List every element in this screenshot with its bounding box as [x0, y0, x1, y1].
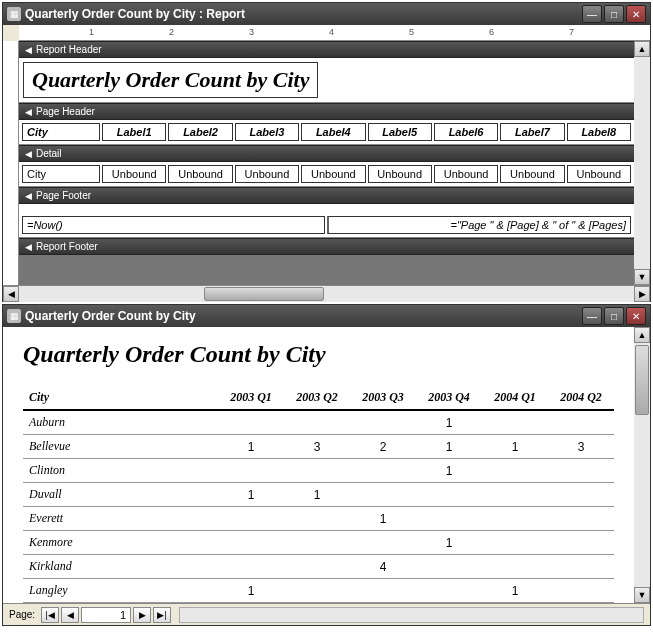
column-header-quarter: 2003 Q4 — [416, 386, 482, 410]
cell-city: Everett — [23, 507, 218, 531]
report-header-label: Report Header — [36, 44, 102, 55]
close-button[interactable]: ✕ — [626, 5, 646, 23]
cell-value — [416, 579, 482, 603]
cell-city: Kenmore — [23, 531, 218, 555]
column-header[interactable]: Label3 — [235, 123, 299, 141]
first-page-button[interactable]: |◀ — [41, 607, 59, 623]
cell-value — [482, 459, 548, 483]
detail-field[interactable]: Unbound — [301, 165, 365, 183]
collapse-icon: ◀ — [25, 149, 32, 159]
scroll-left-button[interactable]: ◀ — [3, 286, 19, 302]
scroll-down-button[interactable]: ▼ — [634, 587, 650, 603]
cell-value — [284, 579, 350, 603]
page-header-section[interactable]: City Label1 Label2 Label3 Label4 Label5 … — [19, 120, 634, 145]
page-header-bar[interactable]: ◀Page Header — [19, 103, 634, 120]
column-header[interactable]: Label8 — [567, 123, 631, 141]
cell-value — [218, 555, 284, 579]
cell-value: 1 — [482, 435, 548, 459]
close-button[interactable]: ✕ — [626, 307, 646, 325]
cell-value — [548, 410, 614, 435]
page-navigator: Page: |◀ ◀ ▶ ▶| — [3, 603, 650, 625]
cell-value — [218, 459, 284, 483]
column-header[interactable]: Label7 — [500, 123, 564, 141]
page-label: Page: — [9, 609, 35, 620]
scroll-thumb[interactable] — [635, 345, 649, 415]
last-page-button[interactable]: ▶| — [153, 607, 171, 623]
cell-value: 1 — [218, 435, 284, 459]
report-header-bar[interactable]: ◀Report Header — [19, 41, 634, 58]
cell-value — [350, 531, 416, 555]
cell-value — [482, 507, 548, 531]
horizontal-ruler[interactable]: 1234567 — [19, 25, 650, 41]
detail-field[interactable]: Unbound — [102, 165, 166, 183]
column-header[interactable]: Label6 — [434, 123, 498, 141]
report-icon: ▦ — [7, 309, 21, 323]
detail-field[interactable]: Unbound — [235, 165, 299, 183]
column-header[interactable]: Label1 — [102, 123, 166, 141]
cell-value — [548, 507, 614, 531]
maximize-button[interactable]: □ — [604, 307, 624, 325]
footer-page-expr[interactable]: ="Page " & [Page] & " of " & [Pages] — [327, 216, 631, 234]
design-titlebar[interactable]: ▦ Quarterly Order Count by City : Report… — [3, 3, 650, 25]
minimize-button[interactable]: — — [582, 5, 602, 23]
vertical-scrollbar[interactable]: ▲ ▼ — [634, 41, 650, 285]
scroll-up-button[interactable]: ▲ — [634, 41, 650, 57]
report-preview-window: ▦ Quarterly Order Count by City — □ ✕ Qu… — [2, 304, 651, 626]
table-row: Bellevue132113 — [23, 435, 614, 459]
detail-bar[interactable]: ◀Detail — [19, 145, 634, 162]
page-number-input[interactable] — [81, 607, 131, 623]
table-row: Kenmore1 — [23, 531, 614, 555]
cell-value — [284, 459, 350, 483]
title-textbox[interactable]: Quarterly Order Count by City — [23, 62, 318, 98]
cell-value: 1 — [416, 459, 482, 483]
table-row: Clinton1 — [23, 459, 614, 483]
detail-field[interactable]: Unbound — [567, 165, 631, 183]
collapse-icon: ◀ — [25, 191, 32, 201]
nav-scrollbar[interactable] — [179, 607, 644, 623]
data-table: City2003 Q12003 Q22003 Q32003 Q42004 Q12… — [23, 386, 614, 603]
report-header-section[interactable]: Quarterly Order Count by City — [19, 58, 634, 103]
cell-city: Duvall — [23, 483, 218, 507]
detail-field-city[interactable]: City — [22, 165, 100, 183]
scroll-thumb[interactable] — [204, 287, 324, 301]
cell-value — [284, 531, 350, 555]
detail-field[interactable]: Unbound — [500, 165, 564, 183]
detail-label: Detail — [36, 148, 62, 159]
cell-city: Clinton — [23, 459, 218, 483]
next-page-button[interactable]: ▶ — [133, 607, 151, 623]
empty-area — [19, 255, 634, 285]
document-title: Quarterly Order Count by City — [23, 341, 614, 368]
scroll-up-button[interactable]: ▲ — [634, 327, 650, 343]
prev-page-button[interactable]: ◀ — [61, 607, 79, 623]
column-header[interactable]: Label2 — [168, 123, 232, 141]
cell-value — [416, 483, 482, 507]
table-row: Duvall11 — [23, 483, 614, 507]
page-footer-bar[interactable]: ◀Page Footer — [19, 187, 634, 204]
maximize-button[interactable]: □ — [604, 5, 624, 23]
vertical-scrollbar[interactable]: ▲ ▼ — [634, 327, 650, 603]
detail-section[interactable]: City Unbound Unbound Unbound Unbound Unb… — [19, 162, 634, 187]
preview-document[interactable]: Quarterly Order Count by City City2003 Q… — [3, 327, 634, 603]
preview-titlebar[interactable]: ▦ Quarterly Order Count by City — □ ✕ — [3, 305, 650, 327]
cell-value: 3 — [548, 435, 614, 459]
cell-value — [350, 459, 416, 483]
cell-city: Kirkland — [23, 555, 218, 579]
page-footer-section[interactable]: =Now() ="Page " & [Page] & " of " & [Pag… — [19, 204, 634, 238]
detail-field[interactable]: Unbound — [168, 165, 232, 183]
cell-value — [350, 483, 416, 507]
scroll-down-button[interactable]: ▼ — [634, 269, 650, 285]
vertical-ruler[interactable] — [3, 41, 19, 285]
detail-field[interactable]: Unbound — [368, 165, 432, 183]
footer-now-expr[interactable]: =Now() — [22, 216, 325, 234]
detail-field[interactable]: Unbound — [434, 165, 498, 183]
column-header[interactable]: Label5 — [368, 123, 432, 141]
minimize-button[interactable]: — — [582, 307, 602, 325]
column-header-quarter: 2003 Q3 — [350, 386, 416, 410]
column-header-city[interactable]: City — [22, 123, 100, 141]
scroll-right-button[interactable]: ▶ — [634, 286, 650, 302]
report-footer-bar[interactable]: ◀Report Footer — [19, 238, 634, 255]
column-header[interactable]: Label4 — [301, 123, 365, 141]
horizontal-scrollbar[interactable]: ◀ ▶ — [3, 285, 650, 301]
table-row: Auburn1 — [23, 410, 614, 435]
cell-value — [284, 410, 350, 435]
